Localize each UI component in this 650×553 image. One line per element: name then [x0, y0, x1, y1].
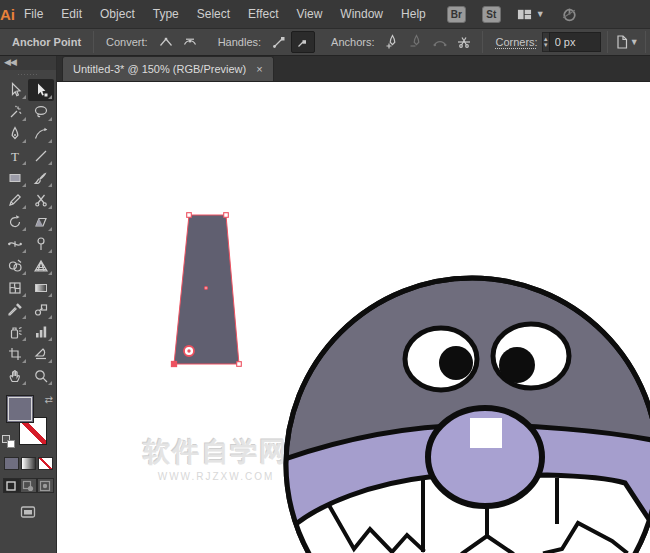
pencil-tool[interactable]: [2, 189, 28, 211]
collapse-panel-button[interactable]: ◀◀: [0, 56, 56, 70]
corners-link[interactable]: Corners:: [489, 36, 541, 48]
chevron-down-icon: ▼: [630, 37, 639, 47]
handles-hide-icon: [295, 34, 311, 50]
handles-show-button[interactable]: [267, 31, 291, 53]
menu-edit[interactable]: Edit: [52, 0, 91, 28]
anchor-bottom-left-selected[interactable]: [171, 361, 176, 366]
magic-wand-tool[interactable]: [2, 101, 28, 123]
bridge-button[interactable]: Br: [447, 6, 466, 23]
hand-tool[interactable]: [2, 365, 28, 387]
workspace-switcher[interactable]: ▼: [517, 7, 545, 22]
symbol-sprayer-tool[interactable]: [2, 321, 28, 343]
shape-center-dot: [205, 287, 206, 288]
artboard-tool: [7, 346, 23, 362]
close-tab-icon[interactable]: ×: [256, 63, 262, 75]
rectangle-tool[interactable]: [2, 167, 28, 189]
doc-options-button[interactable]: [614, 31, 630, 53]
scale-tool[interactable]: [28, 211, 54, 233]
column-graph-tool[interactable]: [28, 321, 54, 343]
gradient-button[interactable]: [21, 457, 36, 470]
menu-type[interactable]: Type: [144, 0, 188, 28]
document-title: Untitled-3* @ 150% (RGB/Preview): [73, 63, 246, 75]
draw-inside-button[interactable]: [37, 478, 54, 493]
anchor-remove-icon: [408, 34, 424, 50]
screen-mode-button[interactable]: [0, 505, 56, 519]
anchor-connect-button[interactable]: [428, 31, 452, 53]
anchor-pen-button[interactable]: [380, 31, 404, 53]
draw-behind-button[interactable]: [20, 478, 37, 493]
menu-window[interactable]: Window: [331, 0, 392, 28]
app-logo[interactable]: Ai: [0, 6, 15, 23]
canvas[interactable]: 软件自学网 WWW.RJZXW.COM: [57, 82, 650, 553]
curvature-tool[interactable]: [28, 123, 54, 145]
tools-panel: ◀◀ T ⇄: [0, 56, 57, 553]
draw-normal-button[interactable]: [3, 478, 20, 493]
stock-button[interactable]: St: [482, 6, 501, 23]
menu-help[interactable]: Help: [392, 0, 435, 28]
mesh-tool[interactable]: [2, 277, 28, 299]
fill-swatch[interactable]: [6, 395, 34, 423]
scissors-tool[interactable]: [28, 189, 54, 211]
handles-show-icon: [271, 34, 287, 50]
swatch-area: ⇄: [0, 391, 56, 451]
curvature-tool: [33, 126, 49, 142]
direct-selection-tool[interactable]: [28, 79, 54, 101]
convert-corner-button[interactable]: [154, 31, 178, 53]
menu-view[interactable]: View: [288, 0, 332, 28]
perspective-grid-tool[interactable]: [28, 255, 54, 277]
cut-path-button[interactable]: [452, 31, 476, 53]
color-button[interactable]: [4, 457, 19, 470]
document-tab[interactable]: Untitled-3* @ 150% (RGB/Preview) ×: [62, 56, 274, 81]
eyedropper-tool: [7, 302, 23, 318]
line-segment-tool[interactable]: [28, 145, 54, 167]
handles-hide-button[interactable]: [291, 31, 315, 53]
cc-sync-icon[interactable]: [561, 6, 578, 23]
selected-shape[interactable]: [171, 213, 241, 367]
menu-file[interactable]: File: [15, 0, 52, 28]
rotate-tool[interactable]: [2, 211, 28, 233]
anchor-bottom-right[interactable]: [237, 362, 242, 367]
pen-tool[interactable]: [2, 123, 28, 145]
menu-bar: Ai FileEditObjectTypeSelectEffectViewWin…: [0, 0, 650, 28]
anchors-label: Anchors:: [325, 36, 380, 48]
illustrator-window: Ai FileEditObjectTypeSelectEffectViewWin…: [0, 0, 650, 553]
convert-smooth-button[interactable]: [178, 31, 202, 53]
anchor-top-right[interactable]: [224, 213, 229, 218]
slice-tool[interactable]: [28, 343, 54, 365]
paintbrush-tool[interactable]: [28, 167, 54, 189]
right-pupil: [499, 347, 535, 383]
none-button[interactable]: [38, 457, 53, 470]
direct-selection-tool: [33, 82, 49, 98]
corners-stepper[interactable]: ▲▼: [542, 32, 549, 52]
blend-tool[interactable]: [28, 299, 54, 321]
lasso-tool[interactable]: [28, 101, 54, 123]
workspace-switcher-icon: [517, 7, 532, 22]
document-tab-bar: Untitled-3* @ 150% (RGB/Preview) ×: [57, 56, 650, 82]
gradient-tool[interactable]: [28, 277, 54, 299]
eyedropper-tool[interactable]: [2, 299, 28, 321]
width-tool[interactable]: [2, 233, 28, 255]
menu-object[interactable]: Object: [91, 0, 144, 28]
default-fill-stroke-icon[interactable]: [2, 435, 15, 448]
menu-select[interactable]: Select: [188, 0, 239, 28]
type-tool[interactable]: T: [2, 145, 28, 167]
character-head[interactable]: [279, 278, 650, 553]
swap-fill-stroke-icon[interactable]: ⇄: [45, 394, 53, 405]
anchor-top-left[interactable]: [187, 213, 192, 218]
selection-tool: [7, 82, 23, 98]
artboard-tool[interactable]: [2, 343, 28, 365]
puppet-warp-tool[interactable]: [28, 233, 54, 255]
tools-panel-grip[interactable]: [0, 70, 56, 79]
selection-tool[interactable]: [2, 79, 28, 101]
shape-builder-tool: [7, 258, 23, 274]
menu-effect[interactable]: Effect: [239, 0, 287, 28]
paintbrush-tool: [33, 170, 49, 186]
canvas-artwork[interactable]: [57, 82, 650, 553]
corners-input[interactable]: [549, 32, 601, 52]
zoom-tool: [33, 368, 49, 384]
zoom-tool[interactable]: [28, 365, 54, 387]
control-bar: Anchor Point Convert: Handles: Anchors: …: [0, 28, 650, 56]
left-pupil: [439, 346, 473, 380]
anchor-remove-button[interactable]: [404, 31, 428, 53]
shape-builder-tool[interactable]: [2, 255, 28, 277]
